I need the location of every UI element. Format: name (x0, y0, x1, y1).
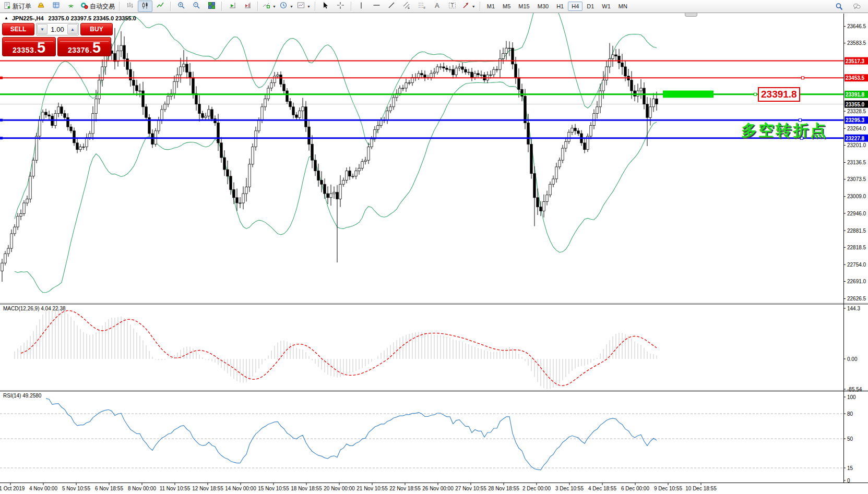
svg-text:3 Dec 10:55: 3 Dec 10:55 (555, 486, 584, 491)
svg-text:4 Dec 18:55: 4 Dec 18:55 (588, 486, 616, 491)
svg-text:21 Nov 10:55: 21 Nov 10:55 (356, 486, 388, 491)
signal-button[interactable] (64, 1, 78, 12)
trendline-button[interactable] (385, 1, 399, 12)
search-button[interactable] (831, 1, 846, 12)
svg-text:23583.5: 23583.5 (847, 40, 866, 46)
arrows-icon (462, 2, 470, 11)
timeframe-m1[interactable]: M1 (483, 2, 498, 11)
svg-text:T: T (451, 3, 454, 8)
cursor-button[interactable] (318, 1, 333, 12)
volume-decrease-button[interactable]: ▼ (37, 24, 47, 34)
market-watch-button[interactable] (49, 1, 63, 12)
svg-text:6 Dec 00:00: 6 Dec 00:00 (621, 486, 649, 491)
svg-text:11 Nov 10:55: 11 Nov 10:55 (160, 486, 191, 491)
horizontal-line-icon (373, 2, 381, 11)
price-tag-label[interactable]: 23391.8 (758, 87, 800, 102)
bid-price-dot: . (34, 46, 37, 54)
zoom-in-button[interactable] (174, 1, 188, 12)
bar-chart-button[interactable] (123, 1, 137, 12)
svg-text:20 Nov 00:00: 20 Nov 00:00 (324, 486, 355, 491)
svg-text:23391.8: 23391.8 (846, 92, 865, 98)
svg-text:23295.3: 23295.3 (846, 117, 865, 123)
svg-text:22754.0: 22754.0 (847, 262, 866, 268)
fibonacci-button[interactable]: F (415, 1, 430, 12)
volume-increase-button[interactable]: ▲ (67, 24, 78, 34)
svg-text:23136.5: 23136.5 (847, 160, 866, 165)
timeframe-d1[interactable]: D1 (583, 2, 598, 11)
market-watch-icon (52, 2, 60, 11)
buy-button[interactable]: BUY (80, 23, 113, 35)
svg-text:6 Nov 18:55: 6 Nov 18:55 (95, 486, 123, 491)
svg-text:23009.0: 23009.0 (847, 194, 866, 199)
toolbar-separator (170, 2, 171, 11)
line-chart-icon (157, 2, 164, 11)
dropdown-caret-icon: ▼ (290, 5, 293, 8)
volume-value[interactable]: 1.00 (48, 23, 67, 35)
svg-text:23227.8: 23227.8 (846, 136, 865, 141)
svg-text:26 Nov 00:00: 26 Nov 00:00 (422, 486, 454, 491)
timeframe-h4[interactable]: H4 (568, 2, 582, 11)
candlestick-button[interactable] (138, 1, 152, 12)
indicators-icon (263, 2, 270, 11)
autotrade-button[interactable]: 自动交易 (79, 1, 116, 12)
ask-price-box[interactable]: 23376 . 5 (57, 37, 111, 56)
crosshair-button[interactable] (334, 1, 348, 12)
timeframe-m15[interactable]: M15 (515, 2, 533, 11)
timeframe-m5[interactable]: M5 (499, 2, 514, 11)
bid-price-main: 23353 (13, 46, 34, 54)
chart-shift-button[interactable] (240, 1, 255, 12)
crosshair-icon (337, 2, 344, 11)
collapse-arrow-icon[interactable]: ▲ (4, 16, 8, 20)
svg-text:15: 15 (847, 465, 853, 471)
indicators-button[interactable]: ▼ (261, 1, 278, 12)
zoom-out-button[interactable] (189, 1, 204, 12)
timeframe-m30[interactable]: M30 (534, 2, 552, 11)
gold-bar-button[interactable] (33, 1, 48, 12)
one-click-trading-panel: SELL ▼ 1.00 ▲ BUY 23353 . 5 23376 . 5 (2, 23, 113, 56)
text-button[interactable]: A (430, 1, 445, 12)
equidistant-channel-button[interactable]: E (400, 1, 414, 12)
bid-price-box[interactable]: 23353 . 5 (2, 37, 56, 56)
sell-button[interactable]: SELL (2, 23, 34, 35)
text-label-button[interactable]: T (445, 1, 460, 12)
chart-canvas[interactable]: 23646.523583.523328.523264.023201.023136… (0, 0, 868, 494)
bid-price-pip: 5 (37, 41, 45, 54)
auto-scroll-icon (229, 2, 236, 11)
tile-windows-button[interactable] (204, 1, 219, 12)
toolbar-separator (315, 2, 316, 11)
toolbar-separator (221, 2, 222, 11)
chat-button[interactable] (849, 1, 864, 12)
svg-text:22881.5: 22881.5 (847, 228, 866, 234)
horizontal-line-button[interactable] (370, 1, 384, 12)
auto-scroll-button[interactable] (225, 1, 240, 12)
new-order-button[interactable]: 新订单 (2, 1, 33, 12)
panel-pull-tab[interactable] (685, 13, 697, 17)
timeframe-w1[interactable]: W1 (598, 2, 614, 11)
autotrade-icon (80, 2, 88, 11)
svg-text:22626.5: 22626.5 (847, 296, 866, 302)
svg-text:-85.54: -85.54 (847, 387, 862, 392)
svg-text:23328.5: 23328.5 (847, 109, 866, 114)
svg-text:23646.5: 23646.5 (847, 23, 866, 29)
supply-zone-rect (663, 91, 714, 98)
macd-label: MACD(12,26,9) 4.04 22.38 (3, 306, 66, 311)
symbol-title: JPN225-,H4 (12, 15, 44, 21)
periods-button[interactable]: ▼ (278, 1, 295, 12)
svg-text:31 Oct 2019: 31 Oct 2019 (0, 486, 25, 491)
text-icon: A (433, 2, 441, 11)
timeframe-h1[interactable]: H1 (553, 2, 567, 11)
turning-point-note[interactable]: 多空转折点 (741, 120, 827, 141)
timeframe-mn[interactable]: MN (615, 2, 631, 11)
toolbar-separator (480, 2, 481, 11)
vertical-line-button[interactable] (354, 1, 369, 12)
toolbar-right-group (831, 1, 864, 12)
templates-button[interactable]: ▼ (295, 1, 312, 12)
trendline-icon (388, 2, 396, 11)
svg-text:4 Nov 00:00: 4 Nov 00:00 (29, 486, 57, 491)
svg-text:9 Dec 10:55: 9 Dec 10:55 (654, 486, 682, 491)
arrows-button[interactable]: ▼ (460, 1, 477, 12)
line-chart-button[interactable] (153, 1, 168, 12)
zoom-in-icon (177, 2, 185, 11)
periods-icon (280, 2, 288, 11)
rsi-label: RSI(14) 49.2580 (3, 393, 41, 399)
